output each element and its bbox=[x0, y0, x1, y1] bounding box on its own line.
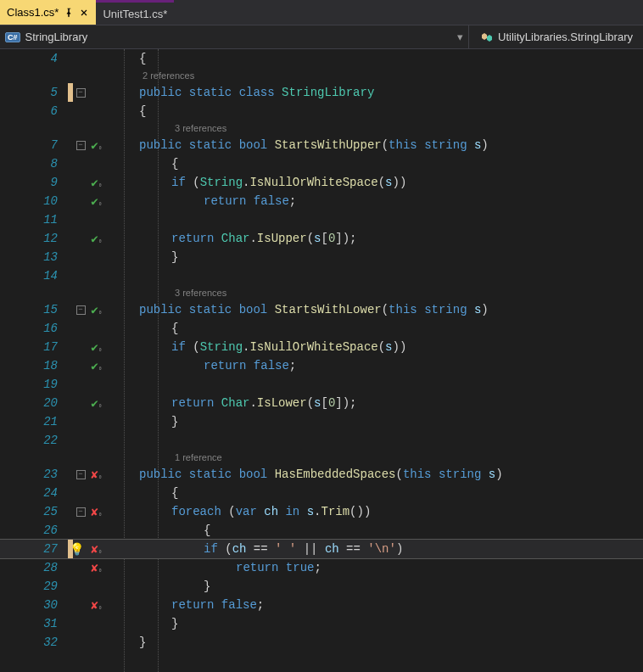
code-line[interactable]: 11 bbox=[0, 210, 643, 229]
class-icon bbox=[479, 31, 493, 44]
code-text: foreach (var ch in s.Trim()) bbox=[139, 505, 371, 518]
test-pass-icon[interactable]: ✔₀ bbox=[91, 396, 102, 411]
code-line[interactable]: 16 { bbox=[0, 319, 643, 338]
code-text: { bbox=[139, 104, 146, 118]
lightbulb-icon[interactable]: 💡 bbox=[70, 542, 83, 557]
nav-type-label: UtilityLibraries.StringLibrary bbox=[498, 31, 633, 43]
codelens[interactable]: 3 references bbox=[0, 120, 643, 136]
line-number: 16 bbox=[0, 322, 68, 335]
line-number: 10 bbox=[0, 194, 68, 208]
test-pass-icon[interactable]: ✔₀ bbox=[91, 359, 102, 373]
code-line[interactable]: 8 { bbox=[0, 154, 643, 173]
codelens[interactable]: 3 references bbox=[0, 285, 643, 300]
code-line[interactable]: 9 ✔₀ if (String.IsNullOrWhiteSpace(s)) bbox=[0, 173, 643, 192]
test-pass-icon[interactable]: ✔₀ bbox=[91, 340, 102, 355]
line-number: 23 bbox=[0, 468, 68, 481]
line-number: 7 bbox=[0, 138, 68, 152]
close-icon[interactable] bbox=[79, 8, 89, 18]
line-number: 32 bbox=[0, 636, 68, 649]
code-text: return true; bbox=[139, 561, 322, 574]
tab-unittest1[interactable]: UnitTest1.cs* bbox=[96, 0, 174, 25]
test-fail-icon[interactable]: ✘₀ bbox=[91, 505, 102, 519]
code-line[interactable]: 17 ✔₀ if (String.IsNullOrWhiteSpace(s)) bbox=[0, 338, 643, 356]
line-number: 24 bbox=[0, 486, 68, 500]
line-number: 25 bbox=[0, 505, 68, 518]
code-text: return Char.IsLower(s[0]); bbox=[139, 396, 357, 410]
test-pass-icon[interactable]: ✔₀ bbox=[91, 194, 102, 209]
fold-toggle[interactable]: − bbox=[76, 470, 86, 479]
code-line[interactable]: 21 } bbox=[0, 412, 643, 431]
code-line[interactable]: 7 − ✔₀ public static bool StartsWithUppe… bbox=[0, 136, 643, 154]
code-line-current[interactable]: 27 💡 ✘₀ if (ch == ' ' || ch == '\n') bbox=[0, 540, 643, 558]
code-line[interactable]: 32 } bbox=[0, 633, 643, 652]
code-line[interactable]: 23 − ✘₀ public static bool HasEmbeddedSp… bbox=[0, 465, 643, 484]
code-line[interactable]: 18 ✔₀ return false; bbox=[0, 356, 643, 375]
codelens[interactable]: 2 references bbox=[0, 68, 643, 83]
test-pass-icon[interactable]: ✔₀ bbox=[91, 303, 102, 317]
line-number: 12 bbox=[0, 232, 68, 245]
fold-toggle[interactable]: − bbox=[76, 305, 86, 315]
line-number: 22 bbox=[0, 434, 68, 447]
line-number: 18 bbox=[0, 359, 68, 372]
code-line[interactable]: 24 { bbox=[0, 484, 643, 502]
code-line[interactable]: 28 ✘₀ return true; bbox=[0, 558, 643, 577]
line-number: 27 bbox=[0, 542, 68, 556]
line-number: 5 bbox=[0, 86, 68, 99]
test-pass-icon[interactable]: ✔₀ bbox=[91, 232, 102, 246]
line-number: 15 bbox=[0, 303, 68, 316]
code-text: return false; bbox=[139, 194, 296, 208]
code-line[interactable]: 6 { bbox=[0, 102, 643, 120]
nav-type-dropdown[interactable]: UtilityLibraries.StringLibrary bbox=[468, 25, 643, 48]
tab-label: UnitTest1.cs* bbox=[103, 8, 167, 20]
code-text: return false; bbox=[139, 598, 264, 612]
code-text: public static bool StartsWithLower(this … bbox=[139, 303, 489, 316]
code-line[interactable]: 29 } bbox=[0, 577, 643, 596]
line-number: 21 bbox=[0, 415, 68, 428]
tab-class1[interactable]: Class1.cs* bbox=[0, 0, 96, 25]
code-line[interactable]: 4 { bbox=[0, 49, 643, 68]
line-number: 20 bbox=[0, 396, 68, 410]
code-text: } bbox=[139, 580, 210, 593]
code-line[interactable]: 12 ✔₀ return Char.IsUpper(s[0]); bbox=[0, 229, 643, 248]
code-line[interactable]: 13 } bbox=[0, 248, 643, 266]
code-text: public static bool HasEmbeddedSpaces(thi… bbox=[139, 468, 503, 481]
code-text: } bbox=[139, 415, 178, 428]
code-line[interactable]: 19 bbox=[0, 375, 643, 394]
tab-label: Class1.cs* bbox=[7, 6, 59, 19]
test-fail-icon[interactable]: ✘₀ bbox=[91, 468, 102, 482]
test-fail-icon[interactable]: ✘₀ bbox=[91, 542, 102, 557]
line-number: 14 bbox=[0, 269, 68, 283]
pin-icon[interactable] bbox=[64, 8, 74, 18]
test-pass-icon[interactable]: ✔₀ bbox=[91, 138, 102, 153]
navigation-bar: C# StringLibrary ▾ UtilityLibraries.Stri… bbox=[0, 25, 643, 49]
code-line[interactable]: 25 − ✘₀ foreach (var ch in s.Trim()) bbox=[0, 502, 643, 521]
test-fail-icon[interactable]: ✘₀ bbox=[91, 561, 102, 575]
nav-scope-dropdown[interactable]: C# StringLibrary ▾ bbox=[0, 31, 468, 43]
code-line[interactable]: 30 ✘₀ return false; bbox=[0, 596, 643, 614]
code-text: { bbox=[139, 157, 178, 171]
fold-toggle[interactable]: − bbox=[76, 141, 86, 150]
line-number: 9 bbox=[0, 176, 68, 189]
test-fail-icon[interactable]: ✘₀ bbox=[91, 598, 102, 613]
fold-toggle[interactable]: − bbox=[76, 507, 86, 517]
nav-scope-label: StringLibrary bbox=[25, 31, 88, 43]
codelens-text: 2 references bbox=[139, 70, 194, 81]
code-text: { bbox=[139, 322, 178, 335]
test-pass-icon[interactable]: ✔₀ bbox=[91, 176, 102, 190]
code-text: public static bool StartsWithUpper(this … bbox=[139, 138, 489, 152]
code-line[interactable]: 20 ✔₀ return Char.IsLower(s[0]); bbox=[0, 394, 643, 412]
code-editor[interactable]: 4 { 2 references 5 − public static class… bbox=[0, 49, 643, 672]
code-line[interactable]: 15 − ✔₀ public static bool StartsWithLow… bbox=[0, 300, 643, 319]
code-text: return false; bbox=[139, 359, 296, 372]
code-line[interactable]: 5 − public static class StringLibrary bbox=[0, 83, 643, 102]
code-line[interactable]: 14 bbox=[0, 266, 643, 285]
line-number: 17 bbox=[0, 340, 68, 354]
codelens[interactable]: 1 reference bbox=[0, 450, 643, 465]
line-number: 28 bbox=[0, 561, 68, 574]
csharp-icon: C# bbox=[5, 32, 20, 42]
code-line[interactable]: 26 { bbox=[0, 521, 643, 540]
code-line[interactable]: 31 } bbox=[0, 614, 643, 633]
fold-toggle[interactable]: − bbox=[76, 88, 86, 98]
code-line[interactable]: 10 ✔₀ return false; bbox=[0, 192, 643, 210]
code-line[interactable]: 22 bbox=[0, 431, 643, 450]
